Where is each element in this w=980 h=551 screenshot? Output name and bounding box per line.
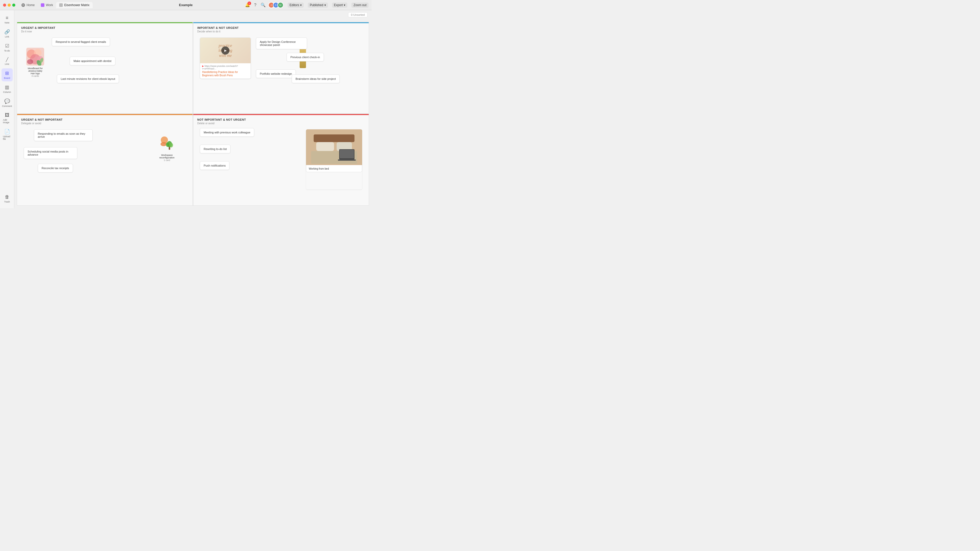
card-social-media[interactable]: Scheduling social media posts in advance (24, 147, 77, 159)
sidebar-item-link[interactable]: 🔗 Link (2, 27, 13, 40)
app: ≡ Note 🔗 Link ☑ To-do ╱ Line ⊞ Board ▥ C… (0, 10, 372, 208)
tab-matrix[interactable]: Eisenhower Matrix (56, 2, 93, 8)
traffic-lights (3, 3, 15, 6)
sidebar-line-label: Line (5, 63, 9, 65)
moodboard-count: 3 cards (26, 75, 44, 77)
video-title[interactable]: Handlettering Practice Ideas for Beginne… (202, 70, 248, 77)
quadrant-container: URGENT & IMPORTANT Do it now Respond to … (17, 22, 369, 206)
published-chevron: ▾ (325, 3, 326, 7)
card-tax-receipts[interactable]: Reconcile tax receipts (38, 164, 73, 172)
unsorted-badge: 0 Unsorted (348, 12, 368, 17)
sidebar-item-column[interactable]: ▥ Column (2, 83, 13, 95)
sidebar-item-todo[interactable]: ☑ To-do (2, 41, 13, 54)
notifications-wrap: 🔔 1 (245, 3, 250, 7)
card-rewriting-todo[interactable]: Rewriting to-do list (200, 144, 231, 153)
working-from-bed-card[interactable]: Working from bed (306, 129, 362, 189)
svg-point-14 (166, 142, 169, 147)
matrix-icon (59, 3, 63, 7)
minimize-button[interactable] (8, 3, 11, 6)
titlebar: M Home Work Eisenhower Matrix Example 🔔 … (0, 0, 372, 10)
sidebar-link-label: Link (5, 35, 9, 38)
link-icon: 🔗 (4, 29, 10, 35)
card-client-checkin[interactable]: Previous client check-in (286, 53, 324, 62)
card-meeting-colleague[interactable]: Meeting with previous work colleague (200, 128, 254, 137)
bed-image (306, 129, 362, 165)
sidebar-item-line[interactable]: ╱ Line (2, 55, 13, 67)
search-icon[interactable]: 🔍 (261, 3, 266, 7)
card-portfolio[interactable]: Portfolio website redesign (256, 69, 296, 78)
avatar-group: J S M (270, 2, 283, 8)
svg-rect-21 (340, 150, 354, 159)
q1-subtitle: Do it now (21, 30, 189, 33)
published-button[interactable]: Published ▾ (308, 3, 328, 8)
moodboard-title: Moodboard for Jessica Daley Hair logo (26, 67, 44, 75)
sidebar-item-trash[interactable]: 🗑 Trash (2, 192, 13, 205)
note-icon: ≡ (6, 15, 8, 21)
q4-line (193, 114, 369, 115)
card-respond-emails[interactable]: Respond to several flagged client emails (52, 38, 110, 46)
card-brainstorm[interactable]: Brainstorm ideas for side project (292, 75, 340, 83)
q3-line (17, 114, 192, 115)
sidebar-addimage-label: Add Image (3, 119, 11, 124)
workspace-card[interactable]: Workspace reconfiguration 1 card (158, 135, 176, 162)
titlebar-right: 🔔 1 ? 🔍 J S M Editors ▾ Published ▾ Expo… (245, 2, 369, 8)
play-button[interactable]: ▶ (221, 46, 229, 55)
addimage-icon: 🖼 (5, 113, 10, 118)
zoom-label: Zoom out (353, 3, 366, 7)
q4-header: NOT IMPORTANT & NOT URGENT Delete or avo… (197, 118, 365, 125)
tab-work[interactable]: Work (38, 2, 56, 8)
editors-button[interactable]: Editors ▾ (288, 3, 304, 8)
topbar: 0 Unsorted (14, 10, 372, 19)
moodboard-thumb (26, 48, 44, 65)
q1-header: URGENT & IMPORTANT Do it now (21, 26, 189, 33)
q1-content: Respond to several flagged client emails (21, 35, 189, 105)
q2-subtitle: Decide when to do it (197, 30, 365, 33)
q4-title: NOT IMPORTANT & NOT URGENT (197, 118, 365, 121)
q1-line (17, 22, 192, 23)
todo-icon: ☑ (5, 43, 9, 49)
card-responding-emails[interactable]: Responding to emails as soon as they arr… (34, 129, 93, 141)
tab-matrix-label: Eisenhower Matrix (64, 3, 89, 7)
svg-rect-17 (316, 142, 334, 151)
sidebar-item-note[interactable]: ≡ Note (2, 13, 13, 26)
fullscreen-button[interactable] (12, 3, 15, 6)
export-label: Export (334, 3, 343, 7)
working-from-bed-label: Working from bed (306, 165, 362, 172)
sidebar-item-addimage[interactable]: 🖼 Add Image (2, 110, 13, 126)
published-label: Published (310, 3, 323, 7)
card-ebook[interactable]: Last minute revisions for client ebook l… (57, 75, 119, 83)
card-push-notifications[interactable]: Push notifications (200, 161, 229, 170)
zoom-button[interactable]: Zoom out (352, 3, 369, 8)
main: 0 Unsorted URGENT & IMPORTANT Do it now (14, 10, 372, 208)
editors-chevron: ▾ (300, 3, 302, 7)
video-card[interactable]: practiceletteringwith me ▶ ▶ https://www… (200, 38, 251, 79)
export-chevron: ▾ (344, 3, 345, 7)
upload-icon: 📄 (4, 129, 10, 135)
q4-content: Meeting with previous work colleague Rew… (197, 127, 365, 197)
q1-title: URGENT & IMPORTANT (21, 26, 189, 29)
export-button[interactable]: Export ▾ (332, 3, 348, 8)
sidebar-item-comment[interactable]: 💬 Comment (2, 97, 13, 110)
card-dentist[interactable]: Make appointment with dentist (70, 57, 115, 65)
sidebar-comment-label: Comment (2, 105, 12, 107)
tab-work-label: Work (46, 3, 53, 7)
video-url: ▶ https://www.youtube.com/watch?v=ym9Sup… (202, 65, 248, 70)
video-thumb: practiceletteringwith me ▶ (200, 38, 251, 63)
tab-home[interactable]: M Home (18, 2, 38, 8)
svg-point-10 (161, 142, 167, 146)
moodboard-card[interactable]: Moodboard for Jessica Daley Hair logo 3 … (26, 48, 44, 77)
sidebar-item-board[interactable]: ⊞ Board (2, 68, 13, 81)
work-icon (41, 3, 45, 7)
video-link-bar: ▶ https://www.youtube.com/watch?v=ym9Sup… (200, 63, 251, 79)
close-button[interactable] (3, 3, 6, 6)
help-icon[interactable]: ? (254, 3, 256, 7)
sidebar: ≡ Note 🔗 Link ☑ To-do ╱ Line ⊞ Board ▥ C… (0, 10, 14, 208)
workspace-count: 1 card (158, 159, 176, 162)
sidebar-item-upload[interactable]: 📄 Upload file (2, 127, 13, 142)
svg-point-13 (169, 143, 173, 148)
q4-subtitle: Delete or avoid (197, 122, 365, 125)
trash-icon: 🗑 (5, 194, 10, 200)
q2-title: IMPORTANT & NOT URGENT (197, 26, 365, 29)
quadrant-important-not-urgent: IMPORTANT & NOT URGENT Decide when to do… (193, 22, 369, 114)
card-design-conf[interactable]: Apply for Design Conference showcase pan… (256, 38, 307, 49)
